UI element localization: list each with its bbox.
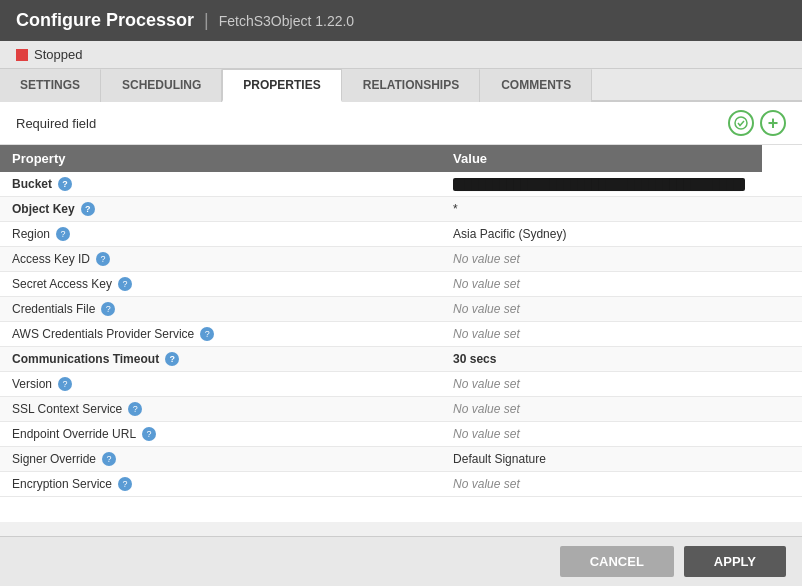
- property-cell: Secret Access Key?: [0, 272, 441, 297]
- help-icon[interactable]: ?: [58, 377, 72, 391]
- action-cell: [762, 372, 802, 397]
- tabs-container: SETTINGS SCHEDULING PROPERTIES RELATIONS…: [0, 69, 802, 102]
- property-name: Secret Access Key: [12, 277, 112, 291]
- help-icon[interactable]: ?: [101, 302, 115, 316]
- action-cell: [762, 272, 802, 297]
- header-separator: |: [204, 10, 209, 31]
- verify-icon-button[interactable]: [728, 110, 754, 136]
- table-row: Version?No value set: [0, 372, 802, 397]
- help-icon[interactable]: ?: [118, 277, 132, 291]
- property-cell: SSL Context Service?: [0, 397, 441, 422]
- value-cell[interactable]: Asia Pacific (Sydney): [441, 222, 762, 247]
- help-icon[interactable]: ?: [81, 202, 95, 216]
- cancel-button[interactable]: CANCEL: [560, 546, 674, 577]
- header: Configure Processor | FetchS3Object 1.22…: [0, 0, 802, 41]
- value-cell[interactable]: *: [441, 197, 762, 222]
- property-cell: Endpoint Override URL?: [0, 422, 441, 447]
- value-text: 30 secs: [453, 352, 496, 366]
- help-icon[interactable]: ?: [118, 477, 132, 491]
- apply-button[interactable]: APPLY: [684, 546, 786, 577]
- property-name: SSL Context Service: [12, 402, 122, 416]
- tab-properties[interactable]: PROPERTIES: [222, 69, 341, 102]
- no-value-text: No value set: [453, 427, 520, 441]
- action-cell: [762, 347, 802, 372]
- toolbar-icons: +: [728, 110, 786, 136]
- action-cell: [762, 422, 802, 447]
- property-name: Endpoint Override URL: [12, 427, 136, 441]
- footer: CANCEL APPLY: [0, 536, 802, 586]
- no-value-text: No value set: [453, 252, 520, 266]
- page-title: Configure Processor: [16, 10, 194, 31]
- property-cell: Signer Override?: [0, 447, 441, 472]
- property-name: Communications Timeout: [12, 352, 159, 366]
- property-name: Object Key: [12, 202, 75, 216]
- table-row: Bucket?█████████████████████████████████…: [0, 172, 802, 197]
- action-cell: [762, 247, 802, 272]
- redacted-value: ████████████████████████████████████████: [453, 178, 744, 191]
- action-cell: [762, 172, 802, 197]
- col-value: Value: [441, 145, 762, 172]
- table-row: Signer Override?Default Signature: [0, 447, 802, 472]
- value-cell[interactable]: No value set: [441, 322, 762, 347]
- status-dot: [16, 49, 28, 61]
- action-cell: [762, 222, 802, 247]
- table-row: Secret Access Key?No value set: [0, 272, 802, 297]
- value-text: Default Signature: [453, 452, 546, 466]
- col-property: Property: [0, 145, 441, 172]
- help-icon[interactable]: ?: [102, 452, 116, 466]
- no-value-text: No value set: [453, 377, 520, 391]
- value-cell[interactable]: No value set: [441, 247, 762, 272]
- property-cell: Object Key?: [0, 197, 441, 222]
- table-header-row: Property Value: [0, 145, 802, 172]
- help-icon[interactable]: ?: [142, 427, 156, 441]
- action-cell: [762, 197, 802, 222]
- add-property-button[interactable]: +: [760, 110, 786, 136]
- value-cell[interactable]: No value set: [441, 422, 762, 447]
- action-cell: [762, 297, 802, 322]
- tab-relationships[interactable]: RELATIONSHIPS: [342, 69, 480, 102]
- help-icon[interactable]: ?: [96, 252, 110, 266]
- property-cell: Region?: [0, 222, 441, 247]
- help-icon[interactable]: ?: [56, 227, 70, 241]
- content-area: Required field + Property: [0, 102, 802, 522]
- property-name: Version: [12, 377, 52, 391]
- property-name: Region: [12, 227, 50, 241]
- no-value-text: No value set: [453, 302, 520, 316]
- tab-settings[interactable]: SETTINGS: [0, 69, 101, 102]
- property-cell: Communications Timeout?: [0, 347, 441, 372]
- processor-version: FetchS3Object 1.22.0: [219, 13, 354, 29]
- property-cell: Encryption Service?: [0, 472, 441, 497]
- table-row: Encryption Service?No value set: [0, 472, 802, 497]
- value-cell[interactable]: No value set: [441, 397, 762, 422]
- properties-table-container: Property Value Bucket?██████████████████…: [0, 145, 802, 521]
- table-row: Access Key ID?No value set: [0, 247, 802, 272]
- help-icon[interactable]: ?: [58, 177, 72, 191]
- tab-comments[interactable]: COMMENTS: [480, 69, 592, 102]
- table-row: Communications Timeout?30 secs: [0, 347, 802, 372]
- value-cell[interactable]: 30 secs: [441, 347, 762, 372]
- property-cell: Access Key ID?: [0, 247, 441, 272]
- help-icon[interactable]: ?: [128, 402, 142, 416]
- value-cell[interactable]: No value set: [441, 297, 762, 322]
- table-row: Endpoint Override URL?No value set: [0, 422, 802, 447]
- value-cell[interactable]: ████████████████████████████████████████: [441, 172, 762, 197]
- required-field-label: Required field: [16, 116, 96, 131]
- property-name: Access Key ID: [12, 252, 90, 266]
- property-cell: Credentials File?: [0, 297, 441, 322]
- value-cell[interactable]: No value set: [441, 272, 762, 297]
- property-cell: Version?: [0, 372, 441, 397]
- required-field-bar: Required field +: [0, 102, 802, 145]
- no-value-text: No value set: [453, 477, 520, 491]
- status-label: Stopped: [34, 47, 82, 62]
- tab-scheduling[interactable]: SCHEDULING: [101, 69, 222, 102]
- help-icon[interactable]: ?: [165, 352, 179, 366]
- help-icon[interactable]: ?: [200, 327, 214, 341]
- action-cell: [762, 472, 802, 497]
- value-cell[interactable]: No value set: [441, 372, 762, 397]
- value-cell[interactable]: No value set: [441, 472, 762, 497]
- property-name: Signer Override: [12, 452, 96, 466]
- table-row: SSL Context Service?No value set: [0, 397, 802, 422]
- svg-point-0: [735, 117, 747, 129]
- value-cell[interactable]: Default Signature: [441, 447, 762, 472]
- no-value-text: No value set: [453, 402, 520, 416]
